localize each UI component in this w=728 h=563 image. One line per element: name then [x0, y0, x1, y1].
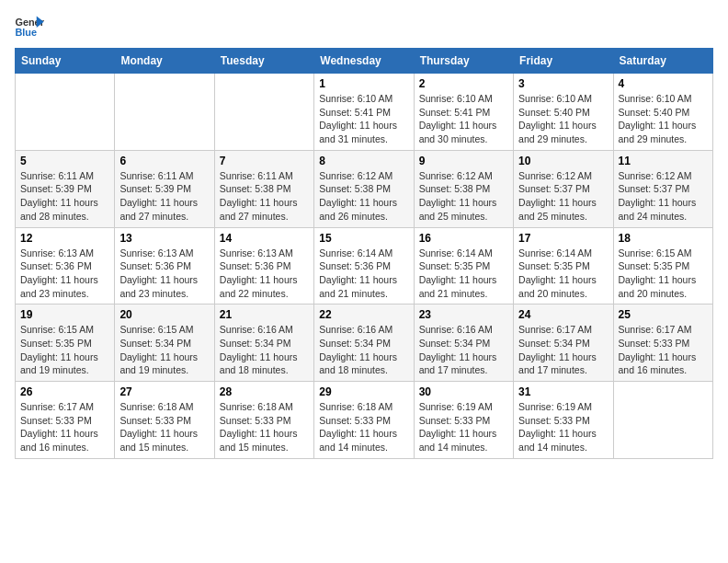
header-monday: Monday: [115, 49, 214, 74]
page-header: General Blue: [15, 15, 713, 40]
day-info: Sunrise: 6:13 AMSunset: 5:36 PMDaylight:…: [20, 247, 109, 301]
day-number: 6: [119, 155, 209, 167]
day-number: 29: [319, 385, 408, 398]
calendar-cell: 23Sunrise: 6:16 AMSunset: 5:34 PMDayligh…: [414, 304, 513, 382]
calendar-cell: 29Sunrise: 6:18 AMSunset: 5:33 PMDayligh…: [314, 382, 414, 459]
day-info: Sunrise: 6:12 AMSunset: 5:37 PMDaylight:…: [619, 169, 708, 224]
header-friday: Friday: [514, 49, 613, 74]
day-number: 16: [419, 232, 508, 245]
calendar-cell: 6Sunrise: 6:11 AMSunset: 5:39 PMDaylight…: [115, 150, 214, 227]
calendar-cell: 13Sunrise: 6:13 AMSunset: 5:36 PMDayligh…: [115, 227, 214, 304]
header-wednesday: Wednesday: [314, 49, 414, 74]
day-number: 31: [518, 385, 608, 398]
day-number: 21: [220, 308, 309, 321]
calendar-week-row: 1Sunrise: 6:10 AMSunset: 5:41 PMDaylight…: [16, 74, 713, 151]
day-info: Sunrise: 6:13 AMSunset: 5:36 PMDaylight:…: [119, 247, 209, 301]
calendar-cell: [613, 382, 712, 459]
day-number: 2: [419, 77, 508, 90]
calendar-cell: 12Sunrise: 6:13 AMSunset: 5:36 PMDayligh…: [16, 227, 115, 304]
calendar-cell: 16Sunrise: 6:14 AMSunset: 5:35 PMDayligh…: [414, 227, 513, 304]
day-number: 9: [419, 155, 508, 167]
day-info: Sunrise: 6:18 AMSunset: 5:33 PMDaylight:…: [319, 400, 408, 454]
calendar-cell: 9Sunrise: 6:12 AMSunset: 5:38 PMDaylight…: [414, 150, 513, 227]
day-number: 28: [220, 385, 309, 398]
day-number: 27: [119, 385, 209, 398]
header-sunday: Sunday: [16, 49, 115, 74]
calendar-week-row: 26Sunrise: 6:17 AMSunset: 5:33 PMDayligh…: [16, 382, 713, 459]
calendar-week-row: 12Sunrise: 6:13 AMSunset: 5:36 PMDayligh…: [16, 227, 713, 304]
day-number: 3: [518, 77, 608, 90]
day-info: Sunrise: 6:12 AMSunset: 5:38 PMDaylight:…: [419, 169, 508, 224]
day-info: Sunrise: 6:11 AMSunset: 5:39 PMDaylight:…: [20, 169, 109, 224]
day-info: Sunrise: 6:10 AMSunset: 5:41 PMDaylight:…: [319, 92, 408, 146]
day-info: Sunrise: 6:16 AMSunset: 5:34 PMDaylight:…: [220, 323, 309, 377]
day-info: Sunrise: 6:14 AMSunset: 5:36 PMDaylight:…: [319, 247, 408, 301]
svg-text:Blue: Blue: [15, 27, 37, 38]
calendar-cell: 19Sunrise: 6:15 AMSunset: 5:35 PMDayligh…: [16, 304, 115, 382]
calendar-cell: 10Sunrise: 6:12 AMSunset: 5:37 PMDayligh…: [514, 150, 613, 227]
calendar-cell: 7Sunrise: 6:11 AMSunset: 5:38 PMDaylight…: [214, 150, 313, 227]
day-number: 11: [619, 155, 708, 167]
day-number: 19: [20, 308, 109, 321]
calendar-cell: 26Sunrise: 6:17 AMSunset: 5:33 PMDayligh…: [16, 382, 115, 459]
calendar-cell: 3Sunrise: 6:10 AMSunset: 5:40 PMDaylight…: [514, 74, 613, 151]
day-number: 22: [319, 308, 408, 321]
day-number: 18: [619, 232, 708, 245]
calendar-cell: 27Sunrise: 6:18 AMSunset: 5:33 PMDayligh…: [115, 382, 214, 459]
header-tuesday: Tuesday: [214, 49, 313, 74]
calendar-week-row: 5Sunrise: 6:11 AMSunset: 5:39 PMDaylight…: [16, 150, 713, 227]
calendar-cell: 8Sunrise: 6:12 AMSunset: 5:38 PMDaylight…: [314, 150, 414, 227]
calendar-cell: 31Sunrise: 6:19 AMSunset: 5:33 PMDayligh…: [514, 382, 613, 459]
day-info: Sunrise: 6:14 AMSunset: 5:35 PMDaylight:…: [518, 247, 608, 301]
calendar-cell: 4Sunrise: 6:10 AMSunset: 5:40 PMDaylight…: [613, 74, 712, 151]
day-number: 4: [619, 77, 708, 90]
calendar-cell: 18Sunrise: 6:15 AMSunset: 5:35 PMDayligh…: [613, 227, 712, 304]
day-number: 8: [319, 155, 408, 167]
day-number: 15: [319, 232, 408, 245]
day-number: 17: [518, 232, 608, 245]
calendar-cell: 25Sunrise: 6:17 AMSunset: 5:33 PMDayligh…: [613, 304, 712, 382]
day-number: 5: [20, 155, 109, 167]
day-info: Sunrise: 6:15 AMSunset: 5:35 PMDaylight:…: [619, 247, 708, 301]
day-info: Sunrise: 6:15 AMSunset: 5:35 PMDaylight:…: [20, 323, 109, 377]
day-info: Sunrise: 6:18 AMSunset: 5:33 PMDaylight:…: [119, 400, 209, 454]
calendar-cell: [16, 74, 115, 151]
calendar-cell: 21Sunrise: 6:16 AMSunset: 5:34 PMDayligh…: [214, 304, 313, 382]
day-info: Sunrise: 6:10 AMSunset: 5:41 PMDaylight:…: [419, 92, 508, 146]
day-info: Sunrise: 6:12 AMSunset: 5:37 PMDaylight:…: [518, 169, 608, 224]
calendar-cell: 28Sunrise: 6:18 AMSunset: 5:33 PMDayligh…: [214, 382, 313, 459]
day-info: Sunrise: 6:13 AMSunset: 5:36 PMDaylight:…: [220, 247, 309, 301]
header-thursday: Thursday: [414, 49, 513, 74]
day-number: 26: [20, 385, 109, 398]
day-info: Sunrise: 6:16 AMSunset: 5:34 PMDaylight:…: [419, 323, 508, 377]
day-info: Sunrise: 6:19 AMSunset: 5:33 PMDaylight:…: [518, 400, 608, 454]
calendar-cell: 2Sunrise: 6:10 AMSunset: 5:41 PMDaylight…: [414, 74, 513, 151]
day-number: 30: [419, 385, 508, 398]
calendar-cell: 17Sunrise: 6:14 AMSunset: 5:35 PMDayligh…: [514, 227, 613, 304]
day-info: Sunrise: 6:11 AMSunset: 5:38 PMDaylight:…: [220, 169, 309, 224]
day-info: Sunrise: 6:11 AMSunset: 5:39 PMDaylight:…: [119, 169, 209, 224]
header-saturday: Saturday: [613, 49, 712, 74]
calendar-cell: 30Sunrise: 6:19 AMSunset: 5:33 PMDayligh…: [414, 382, 513, 459]
day-number: 1: [319, 77, 408, 90]
day-number: 13: [119, 232, 209, 245]
day-info: Sunrise: 6:17 AMSunset: 5:33 PMDaylight:…: [619, 323, 708, 377]
day-info: Sunrise: 6:19 AMSunset: 5:33 PMDaylight:…: [419, 400, 508, 454]
calendar-cell: 22Sunrise: 6:16 AMSunset: 5:34 PMDayligh…: [314, 304, 414, 382]
day-number: 20: [119, 308, 209, 321]
calendar-cell: 11Sunrise: 6:12 AMSunset: 5:37 PMDayligh…: [613, 150, 712, 227]
calendar-cell: [115, 74, 214, 151]
calendar-cell: 20Sunrise: 6:15 AMSunset: 5:34 PMDayligh…: [115, 304, 214, 382]
day-info: Sunrise: 6:10 AMSunset: 5:40 PMDaylight:…: [518, 92, 608, 146]
logo-icon: General Blue: [15, 15, 44, 40]
calendar-cell: 14Sunrise: 6:13 AMSunset: 5:36 PMDayligh…: [214, 227, 313, 304]
day-number: 23: [419, 308, 508, 321]
day-number: 24: [518, 308, 608, 321]
calendar-table: SundayMondayTuesdayWednesdayThursdayFrid…: [15, 48, 713, 459]
day-number: 10: [518, 155, 608, 167]
day-info: Sunrise: 6:14 AMSunset: 5:35 PMDaylight:…: [419, 247, 508, 301]
day-info: Sunrise: 6:12 AMSunset: 5:38 PMDaylight:…: [319, 169, 408, 224]
day-number: 12: [20, 232, 109, 245]
day-info: Sunrise: 6:10 AMSunset: 5:40 PMDaylight:…: [619, 92, 708, 146]
day-info: Sunrise: 6:17 AMSunset: 5:34 PMDaylight:…: [518, 323, 608, 377]
